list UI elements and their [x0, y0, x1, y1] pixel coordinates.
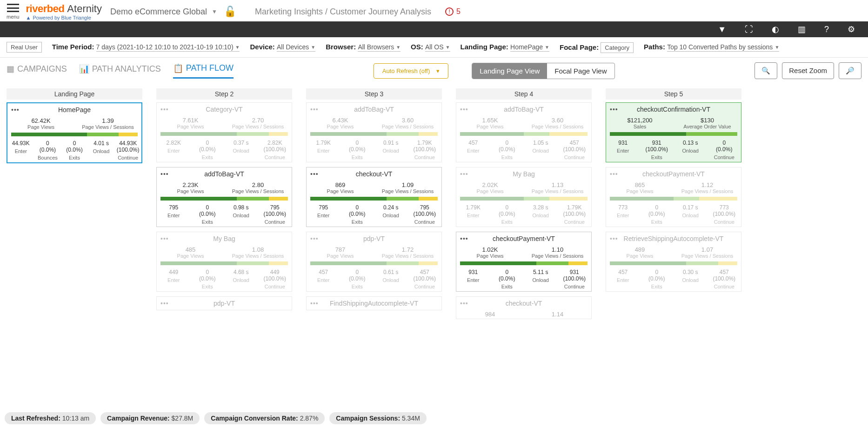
flow-card[interactable]: •••HomePage62.42KPage Views1.39Page View… — [7, 102, 142, 163]
real-user-filter[interactable]: Real User — [7, 42, 42, 53]
paths-label: Paths: — [644, 43, 665, 51]
alert-indicator[interactable]: ! 5 — [445, 7, 461, 16]
os-label: OS: — [411, 43, 423, 51]
flow-card[interactable]: •••RetrieveShippingAutocomplete-VT489Pag… — [606, 232, 741, 292]
column-header: Step 2 — [156, 88, 292, 100]
card-menu-icon[interactable]: ••• — [310, 235, 319, 242]
card-menu-icon[interactable]: ••• — [310, 106, 319, 113]
menu-label: menu — [7, 14, 20, 20]
chart-icon: 📊 — [79, 64, 89, 74]
caret-down-icon: ▼ — [212, 8, 217, 15]
card-title: checkout-VT — [356, 170, 393, 178]
card-title: checkout-VT — [506, 300, 542, 307]
zoom-in-button[interactable]: 🔎 — [839, 62, 861, 79]
card-menu-icon[interactable]: ••• — [460, 106, 468, 113]
browser-selector[interactable]: All Browsers▼ — [358, 43, 401, 52]
card-title: checkoutConfirmation-VT — [637, 106, 710, 113]
filter-icon[interactable]: ▼ — [718, 25, 726, 34]
flow-card[interactable]: •••My Bag485Page Views1.08Page Views / S… — [156, 232, 292, 292]
card-title: My Bag — [513, 170, 534, 178]
flow-card[interactable]: •••addToBag-VT6.43KPage Views3.60Page Vi… — [306, 102, 442, 162]
landing-page-selector[interactable]: HomePage▼ — [510, 43, 549, 52]
auto-refresh-toggle[interactable]: Auto Refresh (off)▾ — [374, 63, 448, 79]
card-title: addToBag-VT — [354, 106, 394, 113]
flow-card[interactable]: •••FindShippingAutocomplete-VT — [306, 296, 442, 310]
column-header: Step 5 — [606, 88, 741, 100]
flow-card[interactable]: •••addToBag-VT1.65KPage Views3.60Page Vi… — [456, 102, 592, 162]
flow-card[interactable]: •••checkout-VT869Page Views1.09Page View… — [306, 167, 442, 227]
brand-logo: riverbedAternity ▲Powered by Blue Triang… — [26, 3, 102, 20]
menu-button[interactable]: menu — [7, 4, 20, 20]
landing-page-view-button[interactable]: Landing Page View — [472, 63, 547, 79]
time-label: Time Period: — [52, 43, 94, 51]
time-period-selector[interactable]: 7 days (2021-10-12 10:10 to 2021-10-19 1… — [96, 43, 240, 52]
reset-zoom-button[interactable]: Reset Zoom — [782, 62, 834, 79]
card-title: Category-VT — [206, 106, 242, 113]
view-toggle: Landing Page View Focal Page View — [472, 63, 614, 79]
card-menu-icon[interactable]: ••• — [460, 300, 468, 307]
column-header: Landing Page — [7, 88, 142, 100]
focal-label: Focal Page: — [560, 43, 599, 51]
card-title: addToBag-VT — [504, 106, 544, 113]
clipboard-icon: 📋 — [173, 63, 183, 74]
card-menu-icon[interactable]: ••• — [310, 170, 319, 178]
card-title: checkoutPayment-VT — [642, 170, 705, 178]
triangle-icon: ▲ — [26, 15, 31, 20]
card-menu-icon[interactable]: ••• — [610, 170, 618, 178]
card-title: FindShippingAutocomplete-VT — [330, 300, 418, 307]
flow-card[interactable]: •••pdp-VT787Page Views1.72Page Views / S… — [306, 232, 442, 292]
alert-icon: ! — [445, 7, 454, 16]
flow-card[interactable]: •••checkoutConfirmation-VT$121,200Sales$… — [606, 102, 741, 162]
focal-page-view-button[interactable]: Focal Page View — [547, 63, 614, 79]
paths-selector[interactable]: Top 10 Converted Paths by sessions▼ — [667, 43, 779, 52]
card-menu-icon[interactable]: ••• — [610, 106, 618, 113]
card-title: My Bag — [213, 235, 235, 242]
breadcrumb: Marketing Insights / Customer Journey An… — [255, 7, 431, 17]
help-icon[interactable]: ? — [824, 25, 829, 34]
flow-card[interactable]: •••Category-VT7.61KPage Views2.70Page Vi… — [156, 102, 292, 162]
device-label: Device: — [250, 43, 274, 51]
card-title: HomePage — [58, 106, 91, 114]
device-selector[interactable]: All Devices▼ — [277, 43, 315, 52]
hamburger-icon — [7, 4, 19, 12]
card-menu-icon[interactable]: ••• — [160, 106, 169, 113]
fullscreen-icon[interactable]: ⛶ — [745, 25, 753, 34]
landing-label: Landing Page: — [461, 43, 508, 51]
gear-icon[interactable]: ⚙ — [848, 24, 855, 34]
column-header: Step 3 — [306, 88, 442, 100]
chevron-down-icon: ▾ — [436, 67, 440, 74]
card-title: pdp-VT — [214, 300, 235, 307]
browser-label: Browser: — [326, 43, 356, 51]
grid-icon: ▦ — [7, 64, 14, 74]
card-menu-icon[interactable]: ••• — [11, 106, 20, 114]
flow-card[interactable]: •••pdp-VT — [156, 296, 292, 310]
tab-path-flow[interactable]: 📋PATH FLOW — [173, 63, 234, 79]
card-menu-icon[interactable]: ••• — [160, 170, 169, 178]
lock-open-icon[interactable]: 🔓 — [224, 6, 236, 18]
card-menu-icon[interactable]: ••• — [460, 170, 468, 178]
card-menu-icon[interactable]: ••• — [160, 235, 169, 242]
card-menu-icon[interactable]: ••• — [160, 300, 169, 307]
card-menu-icon[interactable]: ••• — [460, 235, 468, 242]
card-title: RetrieveShippingAutocomplete-VT — [624, 235, 724, 242]
card-menu-icon[interactable]: ••• — [610, 235, 618, 242]
flow-card[interactable]: •••addToBag-VT2.23KPage Views2.80Page Vi… — [156, 167, 292, 227]
card-title: addToBag-VT — [204, 170, 244, 178]
card-title: pdp-VT — [363, 235, 385, 242]
focal-page-selector[interactable]: Category — [601, 42, 634, 53]
tab-path-analytics[interactable]: 📊PATH ANALYTICS — [79, 64, 161, 78]
tab-campaigns[interactable]: ▦CAMPAIGNS — [7, 64, 67, 78]
os-selector[interactable]: All OS▼ — [425, 43, 450, 52]
flow-card[interactable]: •••My Bag2.02KPage Views1.13Page Views /… — [456, 167, 592, 227]
flow-card[interactable]: •••checkoutPayment-VT1.02KPage Views1.10… — [456, 232, 592, 292]
flow-card[interactable]: •••checkout-VT9841.14 — [456, 296, 592, 319]
zoom-out-button[interactable]: 🔍 — [754, 62, 777, 79]
contrast-icon[interactable]: ◐ — [772, 24, 779, 34]
columns-icon[interactable]: ▥ — [798, 24, 806, 34]
context-selector[interactable]: Demo eCommerce Global ▼ — [110, 7, 217, 17]
flow-card[interactable]: •••checkoutPayment-VT865Page Views1.12Pa… — [606, 167, 741, 227]
column-header: Step 4 — [456, 88, 592, 100]
card-menu-icon[interactable]: ••• — [310, 300, 319, 307]
card-title: checkoutPayment-VT — [493, 235, 555, 242]
